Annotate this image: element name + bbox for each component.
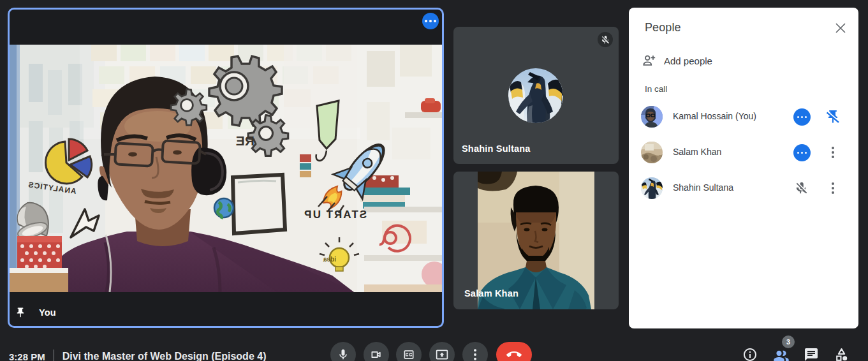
svg-text:idea: idea xyxy=(323,256,336,263)
svg-text:START UP: START UP xyxy=(303,209,367,221)
svg-text:RE: RE xyxy=(236,133,254,148)
